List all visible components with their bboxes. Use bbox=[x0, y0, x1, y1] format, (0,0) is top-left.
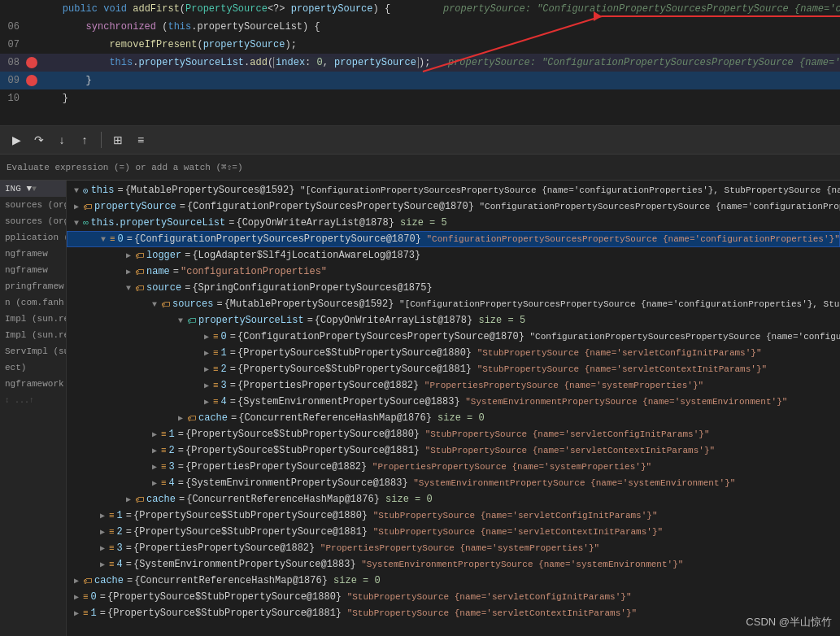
var-row-this[interactable]: ▼ ⊙ this = {MutablePropertySources@1592}… bbox=[67, 182, 840, 198]
expand-d3-4[interactable]: ▶ bbox=[148, 477, 161, 490]
frame-item-7[interactable]: n (com.fanh bbox=[0, 294, 66, 311]
frame-item-10[interactable]: ServImpl (su bbox=[0, 343, 66, 359]
expand-d3-3[interactable]: ▶ bbox=[148, 460, 161, 473]
frame-item-12[interactable]: ngframework. bbox=[0, 376, 66, 392]
code-line-07: 07 removeIfPresent(propertySource); bbox=[0, 36, 840, 54]
toolbar-btn-step-over[interactable]: ↷ bbox=[29, 130, 49, 150]
frame-item-5[interactable]: ngframew bbox=[0, 262, 66, 278]
icon-d5-0: ≡ bbox=[213, 332, 219, 342]
toolbar-btn-grid[interactable]: ⊞ bbox=[108, 130, 128, 150]
frame-bottom-spacer: ↕ ...↑ bbox=[0, 392, 66, 408]
expand-propertysource[interactable]: ▶ bbox=[70, 200, 83, 213]
var-row-source[interactable]: ▼ 🏷 source = {SpringConfigurationPropert… bbox=[67, 280, 840, 296]
frame-item-1[interactable]: sources (org.spr bbox=[0, 197, 66, 213]
var-row-sources-d3[interactable]: ▼ 🏷 sources = {MutablePropertySources@15… bbox=[67, 296, 840, 312]
expand-d3-2[interactable]: ▶ bbox=[148, 444, 161, 457]
icon-psl-0: ≡ bbox=[110, 234, 115, 244]
var-row-d5-2[interactable]: ▶ ≡ 2 = {PropertySource$StubPropertySour… bbox=[67, 361, 840, 377]
expand-psl[interactable]: ▼ bbox=[70, 216, 83, 229]
line-num-09: 09 bbox=[3, 75, 26, 86]
frame-item-11[interactable]: ect) bbox=[0, 359, 66, 376]
toolbar-btn-step-out[interactable]: ↑ bbox=[75, 130, 94, 150]
var-row-cache-d4[interactable]: ▶ 🏷 cache = {ConcurrentReferenceHashMap@… bbox=[67, 410, 840, 426]
expand-d5-1[interactable]: ▶ bbox=[200, 346, 213, 359]
expand-d1-4[interactable]: ▶ bbox=[96, 558, 109, 571]
var-row-d3-2[interactable]: ▶ ≡ 2 = {PropertySource$StubPropertySour… bbox=[67, 442, 840, 459]
expand-name[interactable]: ▶ bbox=[122, 265, 135, 278]
var-row-d3-1[interactable]: ▶ ≡ 1 = {PropertySource$StubPropertySour… bbox=[67, 426, 840, 442]
var-row-cache-d2[interactable]: ▶ 🏷 cache = {ConcurrentReferenceHashMap@… bbox=[67, 491, 840, 507]
toolbar-btn-list[interactable]: ≡ bbox=[131, 130, 150, 150]
frame-item-4[interactable]: ngframew bbox=[0, 246, 66, 262]
var-row-after-cache-1[interactable]: ▶ ≡ 1 = {PropertySource$StubPropertySour… bbox=[67, 605, 840, 621]
expand-after-1[interactable]: ▶ bbox=[70, 607, 83, 620]
variables-panel[interactable]: ▼ ⊙ this = {MutablePropertySources@1592}… bbox=[67, 181, 840, 636]
var-row-psl[interactable]: ▼ ∞ this.propertySourceList = {CopyOnWri… bbox=[67, 215, 840, 231]
expand-after-0[interactable]: ▶ bbox=[70, 590, 83, 603]
expand-d1-3[interactable]: ▶ bbox=[96, 542, 109, 555]
expand-d5-3[interactable]: ▶ bbox=[200, 379, 213, 392]
code-line-08[interactable]: 08 this.propertySourceList.add(index: 0,… bbox=[0, 54, 840, 72]
frame-item-0[interactable]: ING ▼ ▼ bbox=[0, 181, 66, 197]
var-row-propertysource[interactable]: ▶ 🏷 propertySource = {ConfigurationPrope… bbox=[67, 198, 840, 215]
frame-item-9[interactable]: Impl (sun.ref bbox=[0, 327, 66, 343]
code-content-09: } bbox=[39, 75, 840, 86]
var-row-d5-1[interactable]: ▶ ≡ 1 = {PropertySource$StubPropertySour… bbox=[67, 345, 840, 361]
expand-source[interactable]: ▼ bbox=[122, 281, 135, 294]
icon-d3-3: ≡ bbox=[161, 462, 167, 472]
var-row-d1-4[interactable]: ▶ ≡ 4 = {SystemEnvironmentPropertySource… bbox=[67, 556, 840, 573]
var-row-after-cache-0[interactable]: ▶ ≡ 0 = {PropertySource$StubPropertySour… bbox=[67, 589, 840, 605]
code-content-06: synchronized (this.propertySourceList) { bbox=[39, 21, 840, 33]
expand-sources-d3[interactable]: ▼ bbox=[148, 298, 161, 311]
expand-d5-2[interactable]: ▶ bbox=[200, 363, 213, 376]
icon-this: ⊙ bbox=[83, 185, 89, 196]
frame-item-8[interactable]: Impl (sun.re bbox=[0, 311, 66, 327]
icon-d1-1: ≡ bbox=[109, 511, 115, 521]
expand-d5-4[interactable]: ▶ bbox=[200, 395, 213, 408]
expand-d1-2[interactable]: ▶ bbox=[96, 525, 109, 538]
frame-item-6[interactable]: pringframew bbox=[0, 278, 66, 294]
code-line-09[interactable]: 09 } bbox=[0, 72, 840, 89]
var-row-cache-d0[interactable]: ▶ 🏷 cache = {ConcurrentReferenceHashMap@… bbox=[67, 573, 840, 589]
var-row-d1-2[interactable]: ▶ ≡ 2 = {PropertySource$StubPropertySour… bbox=[67, 524, 840, 540]
icon-cache-d4: 🏷 bbox=[187, 413, 196, 424]
icon-sources-d3: 🏷 bbox=[161, 299, 170, 310]
var-row-d1-3[interactable]: ▶ ≡ 3 = {PropertiesPropertySource@1882} … bbox=[67, 540, 840, 556]
icon-logger: 🏷 bbox=[135, 250, 144, 261]
var-row-logger[interactable]: ▶ 🏷 logger = {LogAdapter$Slf4jLocationAw… bbox=[67, 247, 840, 264]
expand-psl-d4[interactable]: ▼ bbox=[174, 314, 187, 327]
icon-d1-4: ≡ bbox=[109, 560, 115, 569]
icon-psl-d4: 🏷 bbox=[187, 316, 196, 326]
icon-d3-1: ≡ bbox=[161, 429, 167, 439]
var-row-d1-1[interactable]: ▶ ≡ 1 = {PropertySource$StubPropertySour… bbox=[67, 507, 840, 524]
frame-item-3[interactable]: pplication (or bbox=[0, 229, 66, 246]
code-content-10: } bbox=[39, 93, 840, 104]
expand-cache-d4[interactable]: ▶ bbox=[174, 412, 187, 425]
expand-this[interactable]: ▼ bbox=[70, 184, 83, 197]
expand-logger[interactable]: ▶ bbox=[122, 249, 135, 262]
var-row-d3-3[interactable]: ▶ ≡ 3 = {PropertiesPropertySource@1882} … bbox=[67, 459, 840, 475]
var-row-d5-0[interactable]: ▶ ≡ 0 = {ConfigurationPropertySourcesPro… bbox=[67, 329, 840, 345]
expand-d1-1[interactable]: ▶ bbox=[96, 509, 109, 522]
expand-cache-d0[interactable]: ▶ bbox=[70, 574, 83, 587]
var-row-psl-0[interactable]: ▼ ≡ 0 = {ConfigurationPropertySourcesPro… bbox=[67, 231, 840, 247]
var-row-name[interactable]: ▶ 🏷 name = "configurationProperties" bbox=[67, 264, 840, 280]
toolbar-btn-step-into[interactable]: ↓ bbox=[52, 130, 72, 150]
var-row-d5-4[interactable]: ▶ ≡ 4 = {SystemEnvironmentPropertySource… bbox=[67, 394, 840, 410]
bp-07 bbox=[26, 39, 37, 50]
var-row-psl-d4[interactable]: ▼ 🏷 propertySourceList = {CopyOnWriteArr… bbox=[67, 312, 840, 329]
line-num-10: 10 bbox=[3, 93, 26, 104]
breakpoint-09 bbox=[26, 75, 37, 86]
frame-item-2[interactable]: sources (org.s bbox=[0, 213, 66, 229]
expand-d3-1[interactable]: ▶ bbox=[148, 428, 161, 441]
icon-d5-2: ≡ bbox=[213, 364, 219, 374]
toolbar-btn-resume[interactable]: ▶ bbox=[7, 130, 26, 150]
var-row-d5-3[interactable]: ▶ ≡ 3 = {PropertiesPropertySource@1882} … bbox=[67, 377, 840, 394]
line-num-07: 07 bbox=[3, 39, 26, 50]
icon-source: 🏷 bbox=[135, 283, 144, 294]
var-row-d3-4[interactable]: ▶ ≡ 4 = {SystemEnvironmentPropertySource… bbox=[67, 475, 840, 491]
icon-d5-4: ≡ bbox=[213, 397, 219, 407]
expand-psl-0[interactable]: ▼ bbox=[97, 233, 110, 246]
expand-d5-0[interactable]: ▶ bbox=[200, 330, 213, 343]
expand-cache-d2[interactable]: ▶ bbox=[122, 493, 135, 506]
